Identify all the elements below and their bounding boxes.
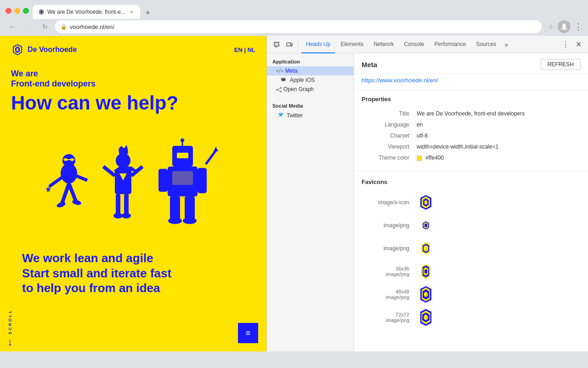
property-language-row: Language en [362, 119, 581, 130]
title-key: Title [362, 110, 417, 117]
favicon-type-4: 36x36 image/png [362, 266, 417, 277]
svg-point-33 [181, 138, 184, 142]
favicon-row-5: 48x48 image/png [362, 283, 581, 306]
tab-favicon [38, 9, 45, 15]
url-bar[interactable]: 🔒 voorhoede.nl/en/ [55, 20, 542, 33]
svg-point-48 [280, 91, 282, 92]
svg-point-26 [113, 213, 123, 218]
tagline3: to help you from an idea [22, 281, 266, 296]
svg-line-11 [69, 184, 76, 201]
favicon-type-5: 48x48 image/png [362, 289, 417, 300]
site-logo: De Voorhoede [11, 43, 77, 56]
svg-rect-31 [177, 153, 188, 158]
properties-title: Properties [362, 96, 581, 103]
favicons-section: Favicons image/x-icon [354, 173, 588, 334]
favicon-row-4: 36x36 image/png [362, 260, 581, 283]
forward-button[interactable]: → [22, 20, 35, 33]
browser-window: We are De Voorhoede, front-e... ✕ + ← → … [0, 0, 588, 351]
open-graph-label: Open Graph [283, 86, 314, 92]
hamburger-menu-button[interactable]: ≡ [238, 323, 258, 343]
favicon-type-1: image/x-icon [362, 199, 417, 206]
title-value: We are De Voorhoede, front-end developer… [417, 110, 525, 117]
sidebar-item-apple-ios[interactable]: Apple iOS [267, 75, 354, 85]
section-divider [354, 171, 588, 171]
svg-line-50 [278, 88, 280, 89]
favicon-type-6: 72x72 image/png [362, 312, 417, 323]
refresh-button[interactable]: REFRESH [541, 59, 581, 70]
maximize-traffic-light[interactable] [23, 8, 29, 14]
svg-marker-39 [214, 147, 218, 151]
close-traffic-light[interactable] [6, 8, 11, 14]
tab-console[interactable]: Console [399, 36, 429, 53]
tab-close-button[interactable]: ✕ [128, 9, 135, 15]
svg-marker-7 [17, 48, 18, 52]
meta-url-section: https://www.voorhoede.nl/en/ [354, 74, 588, 90]
svg-marker-65 [424, 269, 427, 274]
minimize-traffic-light[interactable] [14, 8, 20, 14]
title-bar: We are De Voorhoede, front-e... ✕ + [0, 0, 588, 17]
svg-rect-36 [158, 169, 168, 192]
property-title-row: Title We are De Voorhoede, front-end dev… [362, 108, 581, 119]
more-tabs-button[interactable]: » [502, 41, 511, 48]
svg-point-22 [116, 153, 130, 168]
theme-color-swatch [417, 155, 422, 161]
devtools-options-button[interactable]: ⋮ [560, 39, 571, 51]
tab-network[interactable]: Network [369, 36, 398, 53]
security-lock-icon: 🔒 [61, 24, 67, 30]
twitter-icon [278, 112, 284, 119]
tab-sources[interactable]: Sources [471, 36, 501, 53]
devtools-main-panel: Meta REFRESH https://www.voorhoede.nl/en… [354, 53, 588, 351]
favicon-img-3 [417, 239, 435, 258]
responsive-design-button[interactable] [283, 39, 295, 51]
meta-url-link[interactable]: https://www.voorhoede.nl/en/ [362, 77, 438, 84]
code-icon: </> [276, 68, 283, 74]
tab-bar: We are De Voorhoede, front-e... ✕ + [33, 2, 582, 19]
sidebar-item-meta[interactable]: </> Meta [267, 66, 354, 75]
social-media-section-header: Social Media [267, 99, 354, 110]
svg-point-49 [277, 89, 278, 90]
inspect-element-button[interactable] [271, 39, 283, 51]
devtools-close-button[interactable]: ✕ [572, 39, 584, 51]
favicon-row-2: image/png [362, 214, 581, 237]
svg-line-38 [206, 150, 216, 164]
browser-tab[interactable]: We are De Voorhoede, front-e... ✕ [33, 5, 140, 19]
tab-elements[interactable]: Elements [336, 36, 368, 53]
sidebar-item-twitter[interactable]: Twitter [267, 110, 354, 121]
svg-rect-20 [115, 169, 131, 194]
we-are-text: We are [11, 69, 255, 79]
logo-text: De Voorhoede [28, 46, 77, 54]
devtools-toolbar: Heads Up Elements Network Console Perfor… [267, 36, 588, 53]
svg-point-42 [168, 218, 182, 224]
favicon-img-6 [417, 308, 435, 327]
svg-line-14 [48, 176, 64, 187]
reload-button[interactable]: ↻ [39, 20, 51, 33]
tab-headsup[interactable]: Heads Up [301, 36, 335, 53]
charset-key: Charset [362, 132, 417, 139]
tab-performance[interactable]: Performance [430, 36, 470, 53]
front-end-text: Front-end developers [11, 79, 255, 89]
language-switcher[interactable]: EN | NL [234, 46, 255, 53]
browser-menu-button[interactable]: ⋮ [574, 22, 582, 32]
site-body: We are Front-end developers How can we h… [0, 63, 266, 114]
profile-button[interactable] [558, 20, 571, 33]
svg-rect-40 [170, 196, 180, 219]
logo-shield-icon [11, 43, 24, 56]
devtools-content: Application </> Meta Appl [267, 53, 588, 351]
main-area: De Voorhoede EN | NL We are Front-end de… [0, 36, 588, 351]
favicon-row-1: image/x-icon [362, 191, 581, 214]
tagline1: We work lean and agile [22, 251, 266, 266]
taglines: We work lean and agile Start small and i… [0, 247, 266, 296]
back-button[interactable]: ← [6, 20, 18, 33]
share-icon [276, 86, 282, 92]
sidebar-item-open-graph[interactable]: Open Graph [267, 85, 354, 94]
svg-rect-44 [275, 43, 278, 46]
theme-color-value: #ffe400 [417, 155, 444, 161]
property-theme-color-row: Theme color #ffe400 [362, 152, 581, 163]
svg-rect-35 [172, 171, 193, 185]
svg-point-43 [183, 218, 197, 224]
new-tab-button[interactable]: + [142, 7, 154, 19]
viewport-value: width=device-width,initial-scale=1 [417, 144, 498, 150]
favicon-img-4 [417, 262, 435, 281]
bookmark-icon[interactable]: ☆ [548, 23, 554, 30]
favicon-img-5 [417, 285, 435, 304]
